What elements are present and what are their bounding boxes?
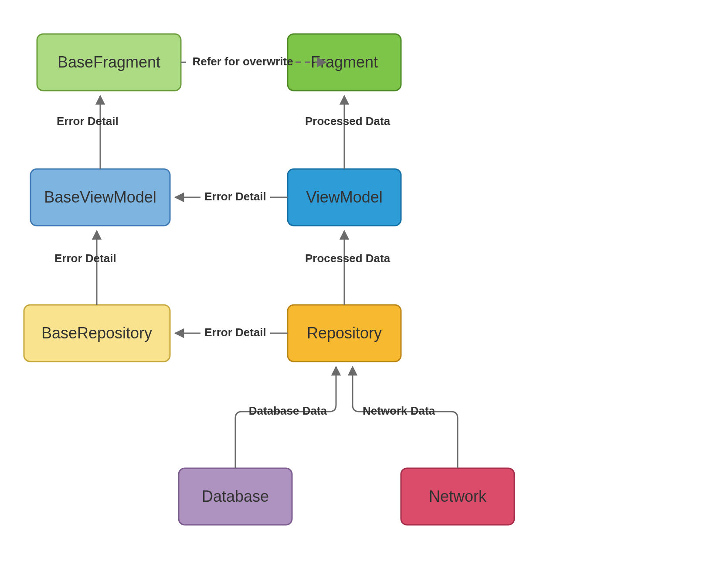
edge-brepo-to-bvm: Error Detail	[54, 231, 116, 305]
node-base-repository: BaseRepository	[24, 305, 170, 362]
node-database-label: Database	[202, 487, 269, 505]
edge-bvm-to-bf-label: Error Detail	[57, 115, 119, 128]
edge-vm-to-bvm: Error Detail	[175, 190, 288, 203]
edge-db-to-repo-label: Database Data	[249, 404, 327, 417]
node-network-label: Network	[429, 487, 487, 505]
edge-repo-to-vm: Processed Data	[305, 231, 391, 305]
edge-vm-to-frag-label: Processed Data	[305, 115, 391, 128]
node-base-fragment: BaseFragment	[37, 34, 181, 91]
edge-refer-for-overwrite-label: Refer for overwrite	[192, 55, 293, 68]
node-base-viewmodel-label: BaseViewModel	[44, 188, 156, 206]
node-base-viewmodel: BaseViewModel	[31, 169, 170, 226]
node-fragment: Fragment	[288, 34, 401, 91]
node-base-fragment-label: BaseFragment	[58, 53, 160, 71]
edge-net-to-repo: Network Data	[353, 367, 458, 468]
node-viewmodel-label: ViewModel	[306, 188, 382, 206]
edge-vm-to-frag: Processed Data	[305, 96, 391, 169]
node-database: Database	[179, 468, 292, 525]
edge-repo-to-brepo: Error Detail	[175, 326, 288, 339]
node-network: Network	[401, 468, 514, 525]
node-fragment-label: Fragment	[311, 53, 378, 71]
edge-vm-to-bvm-label: Error Detail	[204, 190, 266, 203]
edge-net-to-repo-label: Network Data	[363, 404, 435, 417]
node-repository-label: Repository	[307, 324, 382, 342]
node-base-repository-label: BaseRepository	[41, 324, 152, 342]
edge-repo-to-brepo-label: Error Detail	[204, 326, 266, 339]
node-viewmodel: ViewModel	[288, 169, 401, 226]
edge-db-to-repo: Database Data	[235, 367, 336, 468]
edge-bvm-to-bf: Error Detail	[57, 96, 119, 169]
edge-brepo-to-bvm-label: Error Detail	[54, 252, 116, 265]
edge-repo-to-vm-label: Processed Data	[305, 252, 391, 265]
architecture-diagram: BaseFragment Fragment BaseViewModel View…	[0, 0, 703, 588]
node-repository: Repository	[288, 305, 401, 362]
